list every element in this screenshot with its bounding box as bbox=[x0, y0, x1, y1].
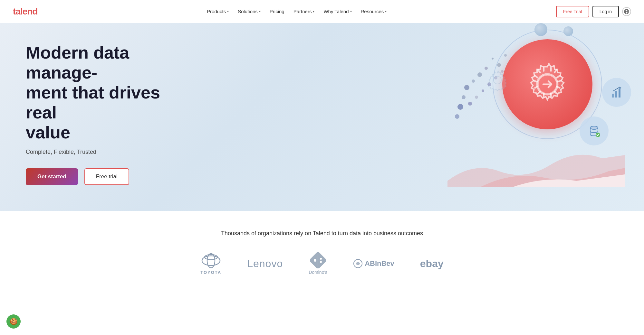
svg-point-40 bbox=[320, 261, 322, 263]
svg-point-38 bbox=[314, 259, 316, 262]
hero-section: Modern data manage-ment that drives real… bbox=[0, 23, 644, 211]
hero-illustration bbox=[447, 33, 625, 187]
svg-rect-31 bbox=[615, 91, 617, 98]
svg-point-15 bbox=[455, 114, 459, 119]
social-proof-section: Thousands of organizations rely on Talen… bbox=[0, 211, 644, 288]
svg-point-8 bbox=[492, 58, 494, 60]
get-started-button[interactable]: Get started bbox=[26, 168, 78, 185]
hero-content: Modern data manage-ment that drives real… bbox=[26, 42, 193, 185]
nav-actions: Free Trial Log in bbox=[556, 6, 631, 17]
svg-point-20 bbox=[475, 96, 478, 99]
svg-rect-30 bbox=[612, 94, 614, 98]
login-button[interactable]: Log in bbox=[592, 6, 619, 17]
chevron-down-icon: ▾ bbox=[350, 10, 352, 13]
free-trial-button[interactable]: Free Trial bbox=[556, 6, 589, 17]
svg-point-11 bbox=[472, 79, 475, 83]
free-trial-hero-button[interactable]: Free trial bbox=[84, 168, 129, 185]
ebay-logo: ebay bbox=[420, 258, 444, 270]
hero-subtitle: Complete, Flexible, Trusted bbox=[26, 149, 193, 155]
chevron-down-icon: ▾ bbox=[313, 10, 314, 13]
svg-point-19 bbox=[482, 89, 484, 92]
svg-point-26 bbox=[538, 75, 557, 94]
nav-item-solutions[interactable]: Solutions ▾ bbox=[235, 6, 264, 17]
svg-point-36 bbox=[205, 255, 217, 260]
toyota-logo: TOYOTA bbox=[200, 253, 221, 275]
nav-item-pricing[interactable]: Pricing bbox=[266, 6, 288, 17]
svg-point-12 bbox=[464, 85, 469, 90]
svg-point-13 bbox=[462, 95, 466, 99]
nav-item-products[interactable]: Products ▾ bbox=[204, 6, 232, 17]
svg-point-14 bbox=[457, 104, 463, 110]
nav-item-partners[interactable]: Partners ▾ bbox=[290, 6, 318, 17]
svg-point-10 bbox=[477, 72, 482, 77]
secondary-gear bbox=[486, 68, 509, 91]
hero-title: Modern data manage-ment that drives real… bbox=[26, 42, 193, 142]
chevron-down-icon: ▾ bbox=[259, 10, 261, 13]
nav-links: Products ▾ Solutions ▾ Pricing Partners … bbox=[204, 6, 390, 17]
logos-row: TOYOTA Lenovo Domino's ABI bbox=[13, 252, 631, 275]
chart-icon-circle bbox=[602, 78, 631, 107]
social-proof-title: Thousands of organizations rely on Talen… bbox=[13, 230, 631, 237]
abinbev-logo: ABInBev bbox=[353, 259, 394, 268]
svg-point-21 bbox=[468, 102, 472, 106]
sphere-decoration-2 bbox=[563, 26, 573, 36]
main-gear-circle bbox=[502, 39, 592, 129]
lenovo-logo: Lenovo bbox=[247, 258, 283, 270]
wave-decoration bbox=[447, 123, 625, 187]
hero-buttons: Get started Free trial bbox=[26, 168, 193, 185]
sphere-decoration-1 bbox=[534, 23, 547, 36]
dominos-logo: Domino's bbox=[309, 252, 327, 275]
navigation: talend Products ▾ Solutions ▾ Pricing Pa… bbox=[0, 0, 644, 23]
chevron-down-icon: ▾ bbox=[227, 10, 229, 13]
globe-icon[interactable] bbox=[622, 7, 631, 16]
chevron-down-icon: ▾ bbox=[385, 10, 387, 13]
nav-item-resources[interactable]: Resources ▾ bbox=[358, 6, 390, 17]
nav-item-why-talend[interactable]: Why Talend ▾ bbox=[320, 6, 355, 17]
logo[interactable]: talend bbox=[13, 6, 37, 17]
gear-icon bbox=[522, 59, 573, 110]
svg-point-39 bbox=[320, 258, 322, 260]
svg-rect-32 bbox=[619, 88, 620, 98]
